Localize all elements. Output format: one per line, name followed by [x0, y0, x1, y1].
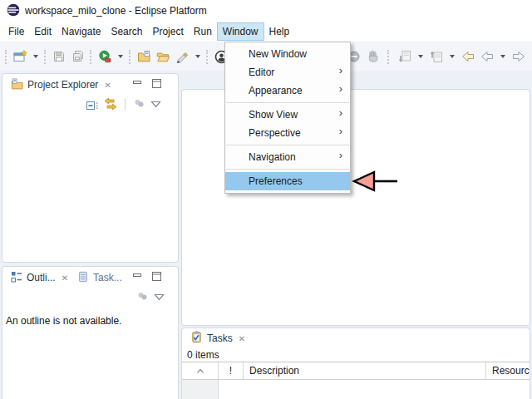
dropdown-arrow-icon[interactable] [500, 55, 505, 58]
view-menu-icon[interactable] [154, 292, 165, 303]
maximize-icon[interactable] [152, 79, 161, 91]
previous-annotation-icon[interactable] [428, 48, 445, 65]
outline-message: An outline is not available. [6, 315, 178, 327]
next-annotation-icon[interactable] [397, 48, 413, 65]
menu-help[interactable]: Help [264, 22, 295, 41]
dropdown-arrow-icon[interactable] [33, 55, 38, 58]
last-edit-location-icon[interactable] [460, 48, 476, 65]
tasks-panel: Tasks ✕ 0 items ! Description Resource [181, 328, 530, 399]
toolbar-grip[interactable] [129, 50, 132, 64]
tab-outline[interactable]: Outli... ✕ [8, 267, 71, 288]
toolbar-grip[interactable] [5, 50, 8, 64]
folder-icon [11, 78, 23, 92]
new-wizard-icon[interactable] [12, 48, 28, 65]
menu-separator [226, 169, 349, 170]
menu-item-show-view[interactable]: Show View › [225, 106, 350, 124]
tab-label: Outli... [27, 272, 56, 283]
task-list-icon [77, 271, 89, 285]
toolbar-grip[interactable] [90, 50, 93, 64]
menu-item-navigation[interactable]: Navigation › [225, 148, 350, 166]
submenu-arrow-icon: › [339, 64, 342, 76]
outline-icon [11, 271, 22, 285]
menu-edit[interactable]: Edit [29, 22, 57, 41]
tab-tasks[interactable]: Tasks ✕ [188, 328, 248, 348]
link-with-editor-icon[interactable] [104, 97, 117, 113]
menu-separator [226, 145, 349, 145]
submenu-arrow-icon: › [339, 125, 342, 137]
column-description[interactable]: Description [244, 362, 486, 379]
dropdown-arrow-icon[interactable] [450, 55, 455, 58]
toolbar-grip[interactable] [206, 50, 209, 64]
filters-icon[interactable] [136, 290, 149, 305]
titlebar: workspace_milo_clone - Eclipse Platform [0, 0, 532, 22]
close-icon[interactable]: ✕ [104, 81, 111, 90]
filters-icon[interactable] [133, 97, 145, 112]
menu-search[interactable]: Search [106, 22, 147, 41]
toolbar-grip[interactable] [387, 50, 391, 64]
minimize-icon[interactable] [133, 272, 142, 283]
menu-item-preferences[interactable]: Preferences [225, 172, 350, 190]
menu-item-appearance[interactable]: Appearance › [225, 81, 350, 100]
submenu-arrow-icon: › [339, 149, 342, 161]
menu-item-perspective[interactable]: Perspective › [225, 124, 350, 142]
dropdown-arrow-icon[interactable] [195, 55, 200, 58]
back-icon[interactable] [479, 48, 495, 65]
submenu-arrow-icon: › [339, 106, 342, 119]
menu-navigate[interactable]: Navigate [57, 22, 106, 41]
project-explorer-panel: Project Explorer ✕ [2, 73, 179, 263]
highlighter-pen-icon[interactable] [174, 48, 190, 65]
forward-icon[interactable] [510, 48, 527, 65]
run-external-tools-icon[interactable] [96, 48, 113, 65]
column-resource[interactable]: Resource [486, 362, 530, 379]
toolbar-grip[interactable] [44, 50, 47, 64]
outline-panel: Outli... ✕ Task... [2, 266, 179, 399]
maximize-icon[interactable] [152, 272, 161, 283]
hand-pointer-icon[interactable] [365, 48, 382, 65]
dropdown-arrow-icon[interactable] [418, 55, 423, 58]
menu-window[interactable]: Window [217, 22, 264, 41]
menu-separator [226, 102, 349, 103]
close-icon[interactable]: ✕ [62, 273, 68, 283]
tab-task-list[interactable]: Task... [75, 267, 125, 288]
tasks-status: 0 items [182, 348, 530, 362]
menu-run[interactable]: Run [189, 22, 217, 41]
tasks-table-body [182, 380, 530, 399]
minimize-icon[interactable] [133, 79, 142, 91]
tab-project-explorer[interactable]: Project Explorer ✕ [8, 74, 114, 96]
tab-label: Project Explorer [27, 79, 98, 91]
menubar: File Edit Navigate Search Project Run Wi… [0, 22, 532, 42]
submenu-arrow-icon: › [339, 82, 342, 95]
column-priority[interactable]: ! [219, 362, 244, 379]
window-title: workspace_milo_clone - Eclipse Platform [25, 5, 207, 17]
tasks-clipboard-icon [190, 331, 203, 346]
save-icon[interactable] [51, 48, 67, 65]
menu-file[interactable]: File [3, 22, 29, 41]
eclipse-window: workspace_milo_clone - Eclipse Platform … [0, 0, 532, 399]
tab-label: Task... [93, 272, 122, 283]
tasks-table-header: ! Description Resource [182, 362, 530, 380]
open-task-icon[interactable] [135, 48, 152, 65]
menu-item-editor[interactable]: Editor › [225, 63, 350, 81]
sort-caret-icon [196, 365, 204, 377]
dropdown-arrow-icon[interactable] [118, 55, 123, 58]
close-icon[interactable]: ✕ [239, 334, 245, 343]
tab-label: Tasks [207, 332, 233, 344]
open-folder-icon[interactable] [155, 48, 171, 65]
collapse-all-icon[interactable] [86, 97, 99, 113]
window-dropdown-menu: New Window Editor › Appearance › Show Vi… [224, 42, 351, 194]
menu-item-new-window[interactable]: New Window [225, 45, 350, 63]
menu-project[interactable]: Project [147, 22, 188, 41]
annotation-arrow [352, 170, 400, 195]
column-sort[interactable] [182, 362, 219, 379]
view-menu-icon[interactable] [150, 99, 161, 111]
save-all-icon[interactable] [70, 48, 86, 65]
eclipse-logo-icon [7, 3, 20, 19]
